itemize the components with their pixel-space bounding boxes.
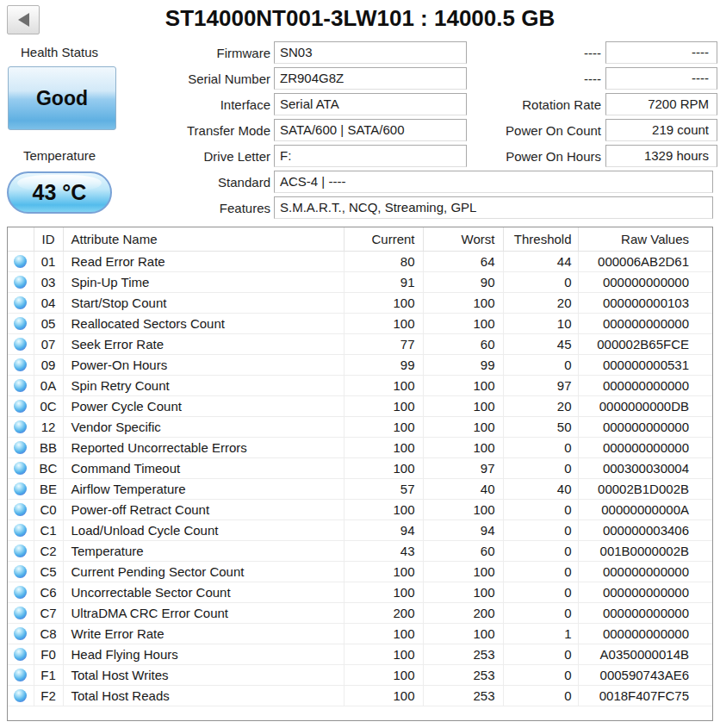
attr-status-cell	[8, 271, 34, 292]
field-value-power-on-count[interactable]: 219 count	[605, 119, 717, 141]
attr-status-cell	[8, 561, 34, 582]
table-row[interactable]: 05Reallocated Sectors Count1001001000000…	[8, 313, 712, 333]
attr-id-cell: F0	[34, 644, 63, 664]
attr-raw-cell: 000000000000	[578, 416, 712, 437]
attr-current-cell: 57	[344, 478, 423, 499]
attr-worst-cell: 100	[423, 395, 503, 416]
status-orb-icon	[14, 544, 27, 557]
attr-threshold-cell: 10	[503, 313, 578, 333]
attr-status-cell	[8, 395, 34, 416]
header-worst[interactable]: Worst	[423, 227, 503, 251]
attr-worst-cell: 253	[423, 664, 503, 685]
attr-current-cell: 100	[344, 561, 423, 582]
attr-threshold-cell: 1	[503, 623, 578, 644]
attr-status-cell	[8, 375, 34, 395]
attr-current-cell: 100	[344, 437, 423, 457]
table-row[interactable]: C6Uncorrectable Sector Count100100000000…	[8, 582, 712, 602]
header-status[interactable]	[8, 227, 34, 251]
attr-raw-cell: 0018F407FC75	[578, 685, 712, 706]
table-row[interactable]: F0Head Flying Hours1002530A0350000014B	[8, 644, 712, 664]
attr-current-cell: 99	[344, 354, 423, 375]
field-label-unused-1: ----	[584, 41, 601, 65]
field-value-standard[interactable]: ACS-4 | ----	[274, 171, 713, 193]
table-row[interactable]: F1Total Host Writes1002530000590743AE6	[8, 664, 712, 685]
attr-worst-cell: 90	[423, 271, 503, 292]
attr-raw-cell: 000000003406	[578, 520, 712, 540]
field-value-rotation-rate[interactable]: 7200 RPM	[605, 93, 717, 115]
table-row[interactable]: C0Power-off Retract Count100100000000000…	[8, 499, 712, 520]
attr-threshold-cell: 0	[503, 457, 578, 478]
attr-threshold-cell: 0	[503, 664, 578, 685]
table-row[interactable]: 12Vendor Specific10010050000000000000	[8, 416, 712, 437]
field-label-power-on-hours: Power On Hours	[506, 145, 601, 168]
table-row[interactable]: BBReported Uncorrectable Errors100100000…	[8, 437, 712, 457]
table-row[interactable]: 04Start/Stop Count10010020000000000103	[8, 292, 712, 313]
table-row[interactable]: 09Power-On Hours99990000000000531	[8, 354, 712, 375]
attr-name-cell: Spin-Up Time	[63, 271, 344, 292]
attr-id-cell: C7	[34, 602, 63, 623]
attr-raw-cell: 000590743AE6	[578, 664, 712, 685]
table-row[interactable]: 0ASpin Retry Count10010097000000000000	[8, 375, 712, 395]
attr-name-cell: Current Pending Sector Count	[63, 561, 344, 582]
attr-worst-cell: 94	[423, 520, 503, 540]
attr-status-cell	[8, 313, 34, 333]
attr-raw-cell: 000000000000	[578, 561, 712, 582]
attr-worst-cell: 40	[423, 478, 503, 499]
table-row[interactable]: F2Total Host Reads10025300018F407FC75	[8, 685, 712, 706]
header-attribute-name[interactable]: Attribute Name	[63, 227, 344, 251]
attr-name-cell: Vendor Specific	[63, 416, 344, 437]
status-orb-icon	[14, 276, 27, 289]
attr-worst-cell: 99	[423, 354, 503, 375]
attr-id-cell: C5	[34, 561, 63, 582]
attr-raw-cell: 00002B1D002B	[578, 478, 712, 499]
attr-raw-cell: 000000000000	[578, 271, 712, 292]
attr-worst-cell: 100	[423, 623, 503, 644]
table-row[interactable]: BCCommand Timeout100970000300030004	[8, 457, 712, 478]
attr-raw-cell: 000000000531	[578, 354, 712, 375]
field-value-power-on-hours[interactable]: 1329 hours	[605, 145, 717, 167]
table-row[interactable]: 07Seek Error Rate776045000002B65FCE	[8, 333, 712, 354]
table-row[interactable]: 0CPower Cycle Count100100200000000000DB	[8, 395, 712, 416]
table-row[interactable]: C1Load/Unload Cycle Count949400000000034…	[8, 520, 712, 540]
attr-threshold-cell: 20	[503, 395, 578, 416]
table-row[interactable]: 03Spin-Up Time91900000000000000	[8, 271, 712, 292]
attr-current-cell: 100	[344, 499, 423, 520]
status-orb-icon	[14, 379, 27, 392]
attr-status-cell	[8, 437, 34, 457]
attr-raw-cell: 000000000000	[578, 313, 712, 333]
attr-threshold-cell: 0	[503, 582, 578, 602]
field-value-unused-1[interactable]: ----	[605, 41, 717, 64]
attr-current-cell: 80	[344, 251, 423, 271]
temperature-value: 43 °C	[33, 180, 87, 205]
table-row[interactable]: C8Write Error Rate1001001000000000000	[8, 623, 712, 644]
header-current[interactable]: Current	[344, 227, 423, 251]
attr-threshold-cell: 0	[503, 437, 578, 457]
attr-id-cell: 12	[34, 416, 63, 437]
attr-status-cell	[8, 333, 34, 354]
header-threshold[interactable]: Threshold	[503, 227, 578, 251]
attr-id-cell: C2	[34, 540, 63, 561]
attr-status-cell	[8, 416, 34, 437]
attr-name-cell: Temperature	[63, 540, 344, 561]
attr-worst-cell: 100	[423, 499, 503, 520]
table-row[interactable]: C2Temperature43600001B0000002B	[8, 540, 712, 561]
attr-threshold-cell: 0	[503, 561, 578, 582]
table-row[interactable]: BEAirflow Temperature57404000002B1D002B	[8, 478, 712, 499]
attr-status-cell	[8, 457, 34, 478]
table-row[interactable]: C7UltraDMA CRC Error Count20020000000000…	[8, 602, 712, 623]
field-value-unused-2[interactable]: ----	[605, 67, 717, 90]
header-raw-values[interactable]: Raw Values	[578, 227, 712, 251]
attr-status-cell	[8, 685, 34, 706]
status-orb-icon	[14, 441, 27, 454]
attr-worst-cell: 100	[423, 561, 503, 582]
attr-status-cell	[8, 354, 34, 375]
attr-worst-cell: 60	[423, 333, 503, 354]
header-id[interactable]: ID	[34, 227, 63, 251]
attr-current-cell: 100	[344, 375, 423, 395]
field-value-features[interactable]: S.M.A.R.T., NCQ, Streaming, GPL	[274, 196, 713, 219]
table-header-row: ID Attribute Name Current Worst Threshol…	[8, 227, 712, 251]
table-row[interactable]: 01Read Error Rate806444000006AB2D61	[8, 251, 712, 271]
attr-name-cell: Uncorrectable Sector Count	[63, 582, 344, 602]
attr-raw-cell: 000300030004	[578, 457, 712, 478]
table-row[interactable]: C5Current Pending Sector Count1001000000…	[8, 561, 712, 582]
